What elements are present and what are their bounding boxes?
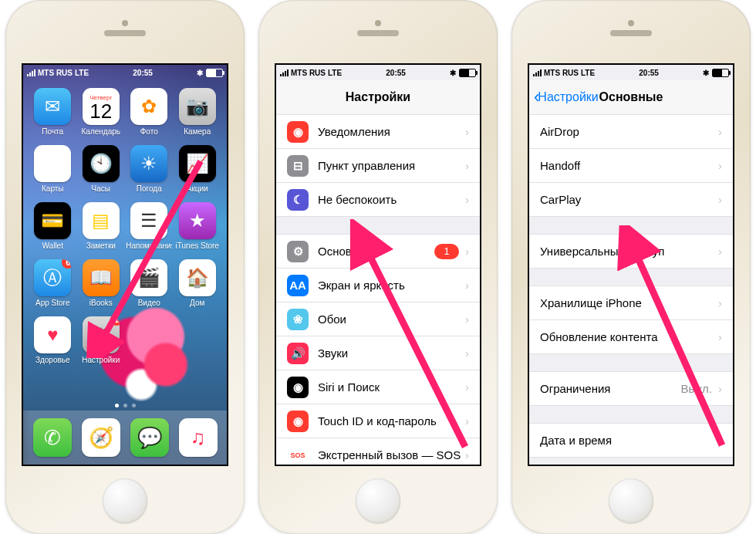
chevron-right-icon: › [718, 159, 722, 172]
row-label: Не беспокоить [318, 193, 465, 206]
status-bar: MTS RUS LTE 20:55 ✱ [23, 65, 227, 80]
row-notifications[interactable]: ◉Уведомления› [276, 115, 480, 149]
row-storage[interactable]: Хранилище iPhone› [529, 286, 733, 320]
app-camera[interactable]: 📷Камера [174, 88, 221, 144]
carrier-label: MTS RUS [544, 69, 579, 77]
app-clock[interactable]: 🕙Часы [78, 145, 125, 201]
chevron-right-icon: › [465, 414, 469, 428]
chevron-right-icon: › [465, 448, 469, 461]
phone-1-home: MTS RUS LTE 20:55 ✱ ✉ПочтаЧетверг12Кален… [2, 0, 248, 534]
front-camera [628, 20, 634, 26]
row-dnd[interactable]: ☾Не беспокоить› [276, 183, 480, 216]
row-label: AirDrop [540, 125, 718, 138]
row-label: Уведомления [318, 125, 465, 138]
display-icon: AA [287, 275, 309, 296]
app-appstore[interactable]: Ⓐ6App Store [29, 259, 76, 315]
app-label: Видео [138, 299, 160, 307]
row-control-center[interactable]: ⊟Пункт управления› [276, 149, 480, 183]
dock: ✆🧭💬♫ [23, 411, 227, 465]
app-wallet[interactable]: 💳Wallet [29, 202, 76, 258]
dock-music[interactable]: ♫ [179, 418, 218, 457]
app-reminders[interactable]: ☰Напоминания [126, 202, 173, 258]
row-label: Siri и Поиск [318, 380, 465, 394]
status-bar: MTS RUS LTE 20:55 ✱ [529, 65, 733, 80]
nav-title: Настройки [346, 90, 410, 104]
network-label: LTE [581, 69, 595, 77]
app-health[interactable]: ♥Здоровье [29, 316, 76, 372]
row-carplay[interactable]: CarPlay› [529, 183, 733, 216]
back-label: Настройки [538, 90, 598, 104]
app-home[interactable]: 🏠Дом [174, 259, 221, 315]
screen-settings: MTS RUS LTE 20:55 ✱ Настройки ◉Уведомлен… [275, 63, 481, 466]
row-airdrop[interactable]: AirDrop› [529, 115, 733, 149]
app-label: Часы [92, 184, 110, 193]
app-label: Карты [42, 184, 64, 193]
row-label: Обои [318, 313, 465, 326]
row-accessibility[interactable]: Универсальный доступ› [529, 235, 733, 268]
row-label: Дата и время [540, 434, 718, 447]
nav-bar: Настройки [276, 80, 480, 115]
phone-3-general: MTS RUS LTE 20:55 ✱ ‹Настройки Основные … [508, 0, 754, 534]
dock-safari[interactable]: 🧭 [82, 418, 120, 457]
chevron-right-icon: › [465, 313, 469, 326]
speaker [357, 30, 399, 36]
badge: 1 [110, 316, 120, 326]
app-videos[interactable]: 🎬Видео [126, 259, 173, 315]
app-calendar[interactable]: Четверг12Календарь [78, 88, 125, 144]
app-label: Акции [187, 184, 208, 193]
row-general[interactable]: ⚙Основные1› [276, 235, 480, 269]
chevron-right-icon: › [718, 193, 722, 206]
app-photos[interactable]: ✿Фото [126, 88, 173, 144]
home-button[interactable] [356, 478, 400, 523]
clock-label: 20:55 [386, 69, 406, 77]
row-sounds[interactable]: 🔊Звуки› [276, 336, 480, 370]
chevron-right-icon: › [718, 434, 722, 447]
notifications-icon: ◉ [287, 121, 309, 143]
row-wallpaper[interactable]: ❀Обои› [276, 302, 480, 336]
row-badge: 1 [434, 244, 459, 259]
row-label: Ограничения [540, 382, 681, 395]
app-label: Календарь [82, 127, 120, 136]
sounds-icon: 🔊 [287, 343, 309, 364]
app-itunes[interactable]: ★iTunes Store [174, 202, 221, 258]
general-list[interactable]: AirDrop›Handoff›CarPlay›Универсальный до… [529, 114, 733, 465]
row-label: Handoff [540, 159, 718, 172]
back-button[interactable]: ‹Настройки [534, 80, 599, 114]
wallpaper-icon: ❀ [287, 309, 309, 330]
dock-messages[interactable]: 💬 [130, 418, 169, 457]
row-handoff[interactable]: Handoff› [529, 149, 733, 183]
bluetooth-icon: ✱ [703, 69, 709, 77]
touchid-icon: ◉ [287, 411, 309, 432]
signal-icon [27, 69, 35, 76]
row-label: Универсальный доступ [540, 245, 718, 258]
app-weather[interactable]: ☀Погода [126, 145, 173, 201]
chevron-right-icon: › [718, 382, 722, 395]
home-button[interactable] [103, 478, 147, 523]
app-label: Фото [140, 127, 158, 136]
row-touchid[interactable]: ◉Touch ID и код-пароль› [276, 404, 480, 438]
dock-phone[interactable]: ✆ [33, 418, 72, 457]
app-notes[interactable]: ▤Заметки [78, 202, 125, 258]
row-label: Основные [318, 245, 434, 258]
app-settings[interactable]: ⚙1Настройки [78, 316, 125, 372]
app-mail[interactable]: ✉Почта [29, 88, 76, 144]
row-display[interactable]: AAЭкран и яркость› [276, 269, 480, 302]
row-sos[interactable]: SOSЭкстренный вызов — SOS› [276, 438, 480, 465]
chevron-right-icon: › [718, 296, 722, 309]
app-label: iBooks [89, 299, 113, 307]
row-label: Экстренный вызов — SOS [318, 448, 465, 461]
home-button[interactable] [609, 478, 653, 523]
app-ibooks[interactable]: 📖iBooks [78, 259, 125, 315]
row-datetime[interactable]: Дата и время› [529, 424, 733, 457]
settings-list[interactable]: ◉Уведомления›⊟Пункт управления›☾Не беспо… [276, 114, 480, 465]
row-restrictions[interactable]: ОграниченияВыкл.› [529, 372, 733, 405]
siri-icon: ◉ [287, 377, 309, 398]
app-label: iTunes Store [176, 242, 219, 250]
app-label: Напоминания [126, 242, 172, 250]
row-refresh[interactable]: Обновление контента› [529, 320, 733, 353]
chevron-right-icon: › [465, 245, 469, 258]
row-siri[interactable]: ◉Siri и Поиск› [276, 370, 480, 404]
phone-2-settings: MTS RUS LTE 20:55 ✱ Настройки ◉Уведомлен… [255, 0, 501, 534]
app-maps[interactable]: 🗺Карты [29, 145, 76, 201]
app-stocks[interactable]: 📈Акции [174, 145, 221, 201]
